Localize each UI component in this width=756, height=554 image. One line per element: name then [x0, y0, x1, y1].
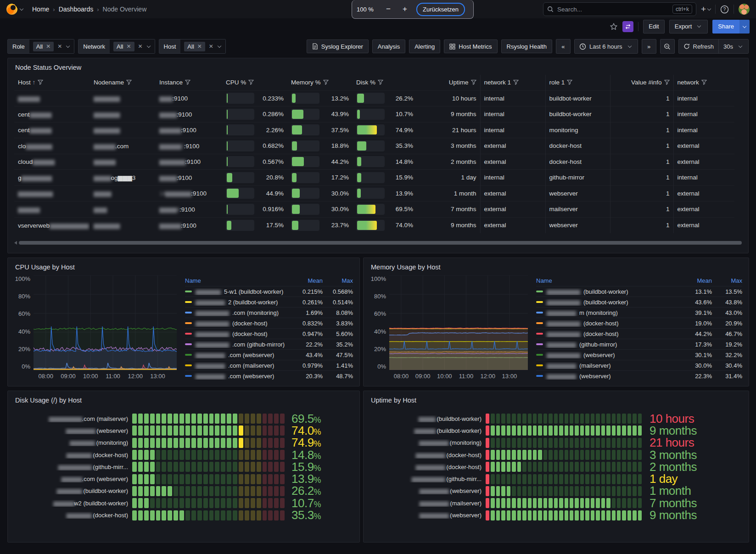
legend-row[interactable]: ▆▆▆▆▆▆▆▆.com (monitoring)1.69%8.08% [185, 307, 353, 318]
zoom-out-time-button[interactable] [660, 39, 675, 54]
user-avatar[interactable] [739, 4, 750, 15]
filter-funnel-icon[interactable] [248, 79, 254, 85]
zoom-in-button[interactable]: + [399, 3, 411, 15]
share-split-button[interactable]: Share [712, 20, 750, 34]
legend-row[interactable]: ▆▆▆▆▆▆▆ (webserver)22.3%31.4% [536, 370, 742, 381]
add-new-button[interactable]: + [701, 4, 711, 14]
legend-row[interactable]: ▆▆▆▆▆▆▆.com (mailserver)0.979%1.41% [185, 360, 353, 370]
y-tick-label: 80% [11, 293, 30, 300]
zoom-reset-button[interactable]: Zurücksetzen [416, 3, 465, 16]
compare-swap-icon[interactable] [622, 21, 633, 32]
clear-filter-icon[interactable]: ✕ [209, 43, 213, 50]
grafana-logo-icon[interactable] [6, 4, 17, 15]
horizontal-scrollbar[interactable] [14, 241, 742, 245]
legend-row[interactable]: ▆▆▆▆▆▆▆.com (webserver)20.3%48.7% [185, 370, 353, 381]
table-row: ▆▆▆▆▆▆▆▆▆▆▆▆14▆▆▆▆▆▆:910044.9%30.0%13.9%… [14, 185, 734, 201]
legend-row[interactable]: ▆▆▆▆▆▆▆▆ (docker-host)44.2%46.7% [536, 328, 742, 339]
cpu-chart-plot[interactable] [34, 275, 177, 370]
legend-row[interactable]: ▆▆▆▆▆▆▆.com (webserver)43.4%47.5% [185, 349, 353, 360]
legend-row[interactable]: ▆▆▆▆▆▆▆▆ (buildbot-worker)43.6%43.8% [536, 297, 742, 307]
edit-button[interactable]: Edit [643, 20, 664, 34]
filter-value-chip[interactable]: All✕ [184, 42, 205, 51]
dashboard-link-syslog-explorer[interactable]: Syslog Explorer [307, 39, 369, 53]
legend-col-mean[interactable]: Mean [288, 277, 323, 284]
legend-col-mean[interactable]: Mean [677, 277, 712, 284]
column-header-role1[interactable]: role 1 [545, 75, 610, 90]
column-header-uptime[interactable]: Uptime [417, 75, 480, 90]
filter-funnel-icon[interactable] [471, 79, 476, 85]
legend-row[interactable]: ▆▆▆▆▆▆▆▆ (docker-host)0.832%3.83% [185, 318, 353, 328]
search-input[interactable] [557, 6, 669, 13]
legend-row[interactable]: ▆▆▆▆▆▆5-w1 (buildbot-worker)0.215%0.568% [185, 286, 353, 297]
dashboard-link-rsyslog-health[interactable]: Rsyslog Health [501, 39, 552, 53]
favorite-star-icon[interactable] [610, 22, 618, 31]
legend-col-name[interactable]: Name [185, 277, 288, 284]
column-header-cpu[interactable]: CPU % [222, 75, 287, 90]
legend-row[interactable]: ▆▆▆▆▆▆▆▆ (docker-host)19.0%20.9% [536, 318, 742, 328]
filter-value-chip[interactable]: All✕ [113, 42, 134, 51]
chevron-down-icon[interactable] [66, 44, 70, 48]
filter-funnel-icon[interactable] [185, 79, 190, 85]
chevron-down-icon[interactable] [146, 44, 150, 48]
share-button[interactable]: Share [712, 20, 739, 34]
dashboard-link-analysis[interactable]: Analysis [372, 39, 405, 53]
refresh-interval-button[interactable]: 30s [718, 39, 748, 53]
legend-row[interactable]: ▆▆▆▆▆▆▆ (github-mirror)17.3%19.2% [536, 339, 742, 349]
refresh-button[interactable]: Refresh [679, 39, 719, 53]
legend-col-max[interactable]: Max [712, 277, 742, 284]
legend-row[interactable]: ▆▆▆▆▆▆▆▆ (webserver)30.1%32.2% [536, 349, 742, 360]
column-header-disk[interactable]: Disk % [353, 75, 417, 90]
legend-max-value: 35.2% [323, 341, 353, 348]
legend-col-name[interactable]: Name [536, 277, 677, 284]
column-header-nodename[interactable]: Nodename [90, 75, 156, 90]
help-icon[interactable]: ? [720, 5, 729, 14]
filter-value-chip[interactable]: All✕ [33, 42, 54, 51]
dashboard-link-alerting[interactable]: Alerting [409, 39, 440, 53]
legend-row[interactable]: ▆▆▆▆▆▆▆▆ (docker-host)0.947%5.60% [185, 328, 353, 339]
dashboard-link-host-metrics[interactable]: Host Metrics [444, 39, 497, 53]
time-shift-back-button[interactable]: « [556, 39, 571, 54]
filter-funnel-icon[interactable] [126, 79, 132, 85]
remove-value-icon[interactable]: ✕ [46, 43, 50, 50]
filter-funnel-icon[interactable] [378, 79, 383, 85]
legend-row[interactable]: ▆▆▆▆▆▆▆2 (buildbot-worker)0.261%0.514% [185, 297, 353, 307]
clear-filter-icon[interactable]: ✕ [138, 43, 143, 50]
export-button[interactable]: Export [669, 20, 708, 34]
search-bar[interactable]: ctrl+k [543, 2, 696, 16]
scrollbar-thumb[interactable] [19, 241, 742, 245]
clear-filter-icon[interactable]: ✕ [57, 43, 62, 50]
filter-funnel-icon[interactable] [323, 79, 329, 85]
column-header-host[interactable]: Host ↑ [14, 75, 90, 90]
filter-funnel-icon[interactable] [567, 79, 572, 85]
legend-row[interactable]: ▆▆▆▆▆▆▆ (mailserver)30.0%30.4% [536, 360, 742, 370]
zoom-out-button[interactable]: − [382, 3, 394, 15]
time-range-button[interactable]: Last 6 hours [575, 39, 638, 53]
breadcrumb-dashboards[interactable]: Dashboards [59, 6, 94, 13]
filter-funnel-icon[interactable] [701, 79, 707, 85]
column-header-instance[interactable]: Instance [156, 75, 222, 90]
remove-value-icon[interactable]: ✕ [197, 43, 202, 50]
share-caret-button[interactable] [739, 20, 750, 34]
percent-sign: % [314, 427, 321, 436]
memory-usage-panel: Memory Usage by Host 100%80%60%40%20%0% … [363, 257, 749, 386]
filter-funnel-icon[interactable] [513, 79, 519, 85]
percent-sign: % [314, 439, 321, 448]
column-header-memory[interactable]: Memory % [287, 75, 353, 90]
legend-row[interactable]: ▆▆▆▆▆▆▆m (monitoring)39.1%43.0% [536, 307, 742, 318]
filter-funnel-icon[interactable] [38, 79, 43, 85]
time-shift-forward-button[interactable]: » [642, 39, 656, 54]
column-header-valueinfo[interactable]: Value #info [610, 75, 673, 90]
breadcrumb-home[interactable]: Home [32, 6, 49, 13]
column-header-network1[interactable]: network 1 [480, 75, 545, 90]
memory-chart-plot[interactable] [389, 275, 528, 370]
logo-chevron-icon[interactable] [20, 6, 23, 10]
legend-row[interactable]: ▆▆▆▆▆▆▆▆.com (github-mirror)22.2%35.2% [185, 339, 353, 349]
disk-segment-bar [132, 450, 285, 460]
filter-funnel-icon[interactable] [664, 79, 670, 85]
legend-row[interactable]: ▆▆▆▆▆▆▆▆ (buildbot-worker)13.1%13.5% [536, 286, 742, 297]
legend-col-max[interactable]: Max [323, 277, 353, 284]
chevron-down-icon[interactable] [218, 44, 221, 48]
remove-value-icon[interactable]: ✕ [126, 43, 131, 50]
scroll-left-arrow-icon[interactable] [14, 241, 17, 245]
column-header-network[interactable]: network [673, 75, 734, 90]
